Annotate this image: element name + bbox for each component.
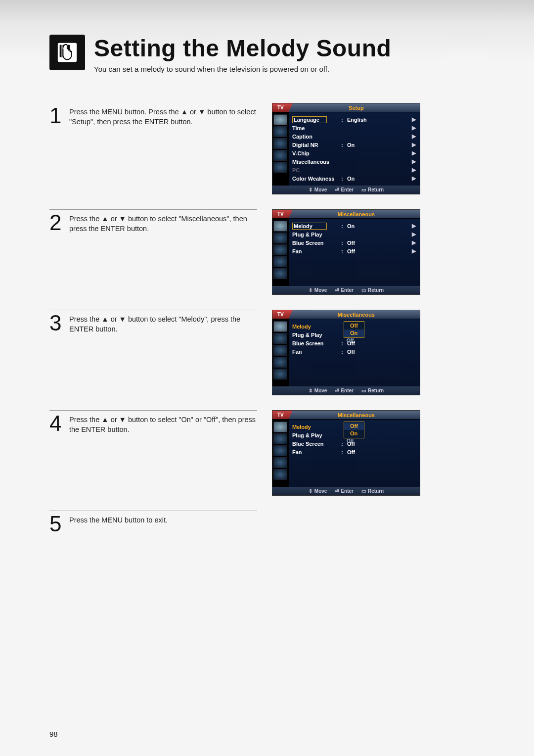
osd-row-value: On (347, 142, 408, 148)
osd-menu-row: Color Weakness:On▶ (292, 174, 416, 183)
osd-menu-row: Fan:Off▶ (292, 247, 416, 255)
svg-rect-1 (60, 45, 62, 57)
chevron-right-icon: ▶ (410, 125, 416, 131)
osd-menu: MelodyPlug & PlayBlue Screen:OffFan:OffO… (289, 319, 420, 386)
step-text: Press the ▲ or ▼ button to select "On" o… (69, 413, 257, 435)
osd-category-icon (273, 150, 287, 161)
osd-menu-row: V-Chip▶ (292, 149, 416, 157)
step-number: 5 (49, 513, 69, 535)
osd-category-icon (273, 469, 287, 480)
osd-row-value: Off (347, 349, 416, 355)
osd-footer: ⇕Move⏎Enter▭Return (272, 487, 420, 495)
chevron-right-icon: ▶ (410, 150, 416, 156)
osd-row-key: Blue Screen (292, 240, 339, 246)
chevron-right-icon: ▶ (410, 133, 416, 140)
osd-footer-move: ⇕Move (309, 488, 327, 494)
osd-row-key: Plug & Play (292, 232, 339, 237)
osd-row-key: Color Weakness (292, 176, 339, 182)
osd-category-icon (273, 369, 287, 379)
osd-popup-option: On (344, 430, 364, 437)
osd-category-icons (272, 112, 289, 186)
osd-popup-option: On (344, 330, 364, 337)
step-text: Press the ▲ or ▼ button to select "Melod… (69, 312, 257, 334)
chevron-right-icon: ▶ (410, 239, 416, 246)
osd-footer-move: ⇕Move (309, 388, 327, 393)
osd-popup: OffOn (344, 422, 364, 438)
osd-title: Miscellaneous (293, 312, 420, 318)
step-text: Press the ▲ or ▼ button to select "Misce… (69, 212, 257, 234)
osd-row-key: PC (292, 167, 339, 173)
osd-panel: TVMiscellaneousMelodyPlug & PlayBlue Scr… (272, 410, 420, 496)
osd-menu-row: Language:English▶ (292, 115, 416, 124)
osd-row-key: Melody (292, 324, 339, 330)
osd-panel: TVMiscellaneousMelodyPlug & PlayBlue Scr… (272, 310, 420, 395)
osd-row-value: English (347, 117, 408, 123)
page-number: 98 (49, 730, 58, 738)
step-number: 4 (49, 413, 69, 434)
chevron-right-icon: ▶ (410, 231, 416, 237)
chevron-right-icon: ▶ (410, 167, 416, 173)
osd-row-key: Digital NR (292, 142, 339, 148)
osd-row-key: Plug & Play (292, 332, 339, 338)
page-title: Setting the Melody Sound (94, 35, 391, 62)
osd-category-icons (272, 319, 289, 386)
osd-footer: ⇕Move⏎Enter▭Return (272, 286, 420, 294)
osd-row-key: Miscellaneous (292, 159, 339, 165)
osd-row-key: Blue Screen (292, 441, 339, 447)
step-number: 3 (49, 312, 69, 334)
osd-category-icon (273, 244, 287, 255)
osd-menu-row: Fan:Off (292, 347, 416, 356)
osd-menu-row: Miscellaneous▶ (292, 157, 416, 166)
osd-category-icon (273, 233, 287, 243)
osd-footer-return: ▭Return (361, 488, 384, 494)
osd-category-icon (273, 445, 287, 456)
osd-row-value: Off (347, 441, 416, 447)
osd-row-key: Fan (292, 248, 339, 254)
osd-footer-enter: ⏎Enter (335, 388, 354, 393)
osd-footer-return: ▭Return (361, 187, 384, 192)
osd-category-icon (273, 457, 287, 468)
chevron-right-icon: ▶ (410, 175, 416, 182)
osd-row-value: Off (347, 340, 416, 346)
osd-footer-move: ⇕Move (309, 287, 327, 293)
osd-tv-badge: TV (272, 210, 293, 218)
osd-menu-row: Time▶ (292, 124, 416, 132)
osd-popup-option: Off (344, 423, 364, 430)
osd-row-key: Blue Screen (292, 340, 339, 346)
osd-row-key: Caption (292, 134, 339, 140)
osd-title: Miscellaneous (293, 211, 420, 217)
osd-footer: ⇕Move⏎Enter▭Return (272, 186, 420, 194)
step-number: 2 (49, 212, 69, 234)
osd-category-icon (273, 422, 287, 432)
osd-title: Setup (293, 105, 420, 111)
step-text: Press the MENU button to exit. (69, 513, 168, 525)
osd-footer-enter: ⏎Enter (335, 187, 354, 192)
osd-row-value: Off (347, 449, 416, 455)
osd-tv-badge: TV (272, 411, 293, 419)
osd-category-icons (272, 420, 289, 487)
osd-footer-enter: ⏎Enter (335, 287, 354, 293)
osd-panel: TVMiscellaneousMelody:On▶Plug & Play▶Blu… (272, 209, 420, 295)
step-text: Press the MENU button. Press the ▲ or ▼ … (69, 105, 257, 127)
osd-menu-row: Plug & Play▶ (292, 230, 416, 238)
osd-category-icon (273, 138, 287, 149)
osd-category-icons (272, 219, 289, 286)
osd-row-key: Fan (292, 349, 339, 355)
osd-row-key: Time (292, 125, 339, 131)
osd-popup-option: Off (344, 322, 364, 330)
osd-category-icon (273, 256, 287, 267)
osd-tv-badge: TV (272, 103, 293, 112)
osd-menu-row: Digital NR:On▶ (292, 141, 416, 149)
chevron-right-icon: ▶ (410, 248, 416, 254)
osd-popup: OffOn (344, 321, 364, 338)
touch-hand-icon (49, 35, 85, 70)
osd-footer: ⇕Move⏎Enter▭Return (272, 386, 420, 395)
osd-footer-enter: ⏎Enter (335, 488, 354, 494)
page-subtitle: You can set a melody to sound when the t… (94, 65, 391, 73)
osd-row-value: On (347, 223, 408, 229)
osd-row-value: Off (347, 240, 408, 246)
osd-footer-move: ⇕Move (309, 187, 327, 192)
osd-category-icon (273, 433, 287, 444)
osd-menu-row: Fan:Off (292, 448, 416, 456)
osd-row-key: Plug & Play (292, 432, 339, 438)
